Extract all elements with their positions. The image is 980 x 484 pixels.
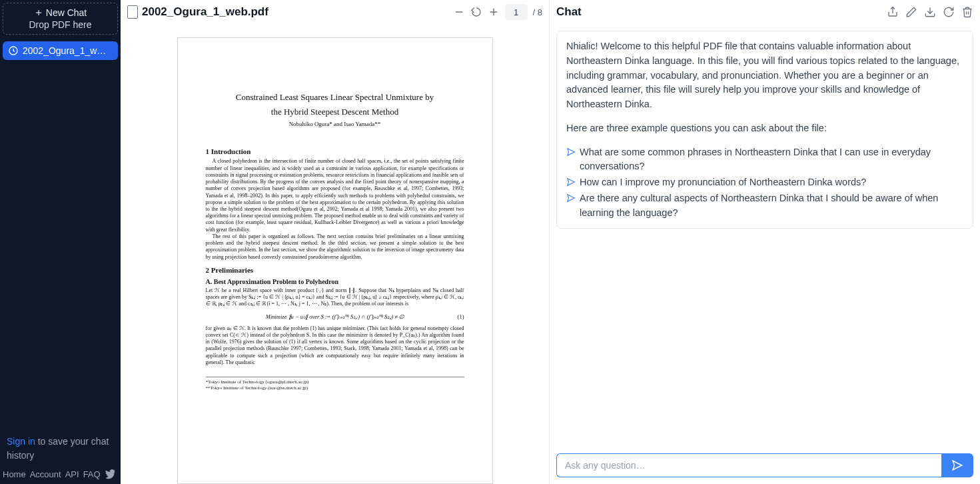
chat-list: 2002_Ogura_1_w… bbox=[3, 41, 118, 432]
footer-home[interactable]: Home bbox=[3, 469, 26, 480]
question-arrow-icon bbox=[566, 147, 576, 157]
chat-header-title: Chat bbox=[556, 5, 582, 19]
example-question-1[interactable]: What are some common phrases in Northeas… bbox=[566, 145, 963, 175]
signin-link[interactable]: Sign in bbox=[7, 436, 35, 447]
assistant-welcome-message: Nhialic! Welcome to this helpful PDF fil… bbox=[556, 31, 973, 229]
chat-input[interactable] bbox=[556, 453, 941, 477]
intro-para-1: A closed polyhedron is the intersection … bbox=[206, 158, 464, 233]
send-button[interactable] bbox=[941, 453, 973, 477]
pdf-filename: 2002_Ogura_1_web.pdf bbox=[142, 5, 268, 19]
subsection-a-heading: A. Best Approximation Problem to Polyhed… bbox=[206, 278, 464, 285]
send-icon bbox=[951, 459, 963, 471]
page-number-input[interactable] bbox=[505, 4, 528, 20]
chat-input-row bbox=[550, 448, 980, 484]
share-icon[interactable] bbox=[887, 6, 899, 18]
chat-header: Chat bbox=[550, 0, 980, 24]
section-1-heading: 1 Introduction bbox=[206, 147, 464, 155]
document-icon bbox=[127, 5, 138, 19]
footer-account[interactable]: Account bbox=[30, 469, 61, 480]
welcome-paragraph-1: Nhialic! Welcome to this helpful PDF fil… bbox=[566, 39, 963, 112]
example-question-2[interactable]: How can I improve my pronunciation of No… bbox=[566, 175, 963, 190]
prelim-para-1: Let ℋ be a real Hilbert space with inner… bbox=[206, 287, 464, 308]
svg-marker-9 bbox=[568, 179, 575, 186]
new-chat-label: New Chat bbox=[46, 7, 87, 18]
pdf-page: Constrained Least Squares Linear Spectra… bbox=[177, 37, 493, 484]
intro-para-2: The rest of this paper is organized as f… bbox=[206, 233, 464, 261]
prelim-para-2: for given u₀ ∈ ℋ. It is known that the p… bbox=[206, 325, 464, 366]
download-icon[interactable] bbox=[924, 6, 936, 18]
paper-title-line2: the Hybrid Steepest Descent Method bbox=[206, 106, 464, 118]
signin-prompt: Sign in to save your chat history bbox=[3, 432, 118, 465]
twitter-icon[interactable] bbox=[105, 469, 115, 480]
footnotes: *Tokyo Institute of Technology (ogura@pi… bbox=[206, 377, 464, 391]
svg-marker-8 bbox=[568, 148, 575, 155]
plus-icon bbox=[34, 8, 43, 17]
chat-panel: Chat Nhialic! Welcome to this helpful PD… bbox=[550, 0, 980, 484]
question-arrow-icon bbox=[566, 177, 576, 187]
zoom-in-button[interactable] bbox=[488, 6, 500, 18]
svg-marker-10 bbox=[568, 195, 575, 202]
footnote-1: *Tokyo Institute of Technology (ogura@pi… bbox=[206, 379, 464, 385]
paper-title-line1: Constrained Least Squares Linear Spectra… bbox=[206, 91, 464, 103]
footer-faq[interactable]: FAQ bbox=[83, 469, 101, 480]
edit-icon[interactable] bbox=[905, 6, 917, 18]
sidebar-chat-item-label: 2002_Ogura_1_w… bbox=[23, 45, 106, 56]
footer-api[interactable]: API bbox=[65, 469, 79, 480]
pdf-toolbar: 2002_Ogura_1_web.pdf / 8 bbox=[121, 0, 549, 24]
delete-icon[interactable] bbox=[961, 6, 973, 18]
welcome-paragraph-2: Here are three example questions you can… bbox=[566, 121, 963, 136]
svg-marker-11 bbox=[953, 461, 962, 470]
new-chat-dropzone[interactable]: New Chat Drop PDF here bbox=[3, 3, 118, 35]
zoom-out-button[interactable] bbox=[453, 6, 465, 18]
example-question-3[interactable]: Are there any cultural aspects of Northe… bbox=[566, 191, 963, 221]
pdf-canvas[interactable]: Constrained Least Squares Linear Spectra… bbox=[121, 24, 549, 484]
paper-authors: Nobuhiko Ogura* and Isao Yamada** bbox=[206, 121, 464, 127]
footnote-2: **Tokyo Institute of Technology (isao@ss… bbox=[206, 385, 464, 391]
chat-body: Nhialic! Welcome to this helpful PDF fil… bbox=[550, 24, 980, 448]
drop-pdf-hint: Drop PDF here bbox=[9, 19, 112, 30]
page-total: / 8 bbox=[533, 7, 542, 17]
refresh-icon[interactable] bbox=[943, 6, 955, 18]
section-2-heading: 2 Preliminaries bbox=[206, 266, 464, 274]
pdf-panel: 2002_Ogura_1_web.pdf / 8 Constrained Lea… bbox=[121, 0, 550, 484]
question-arrow-icon bbox=[566, 193, 576, 203]
rotate-button[interactable] bbox=[470, 6, 482, 18]
equation-1: Minimize ∥u − u₀∥ over S := (⋂ᵢ₌₁ᴺ¹ S₁,ᵢ… bbox=[206, 313, 464, 320]
sidebar-chat-item-active[interactable]: 2002_Ogura_1_w… bbox=[3, 41, 118, 60]
chat-doc-icon bbox=[8, 45, 19, 56]
footer-links: Home Account API FAQ bbox=[3, 465, 118, 481]
sidebar: New Chat Drop PDF here 2002_Ogura_1_w… S… bbox=[0, 0, 121, 484]
